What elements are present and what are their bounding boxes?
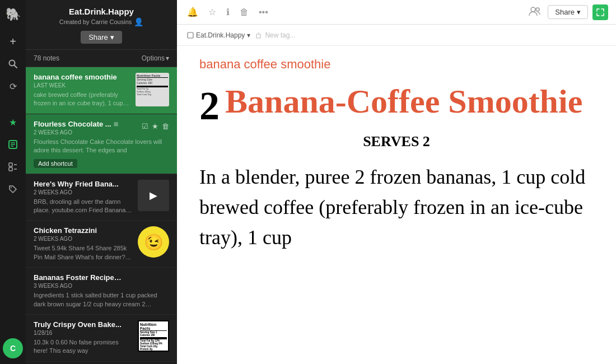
note-title: Here's Why Fried Bana... [34, 180, 123, 188]
sidebar-header: Eat.Drink.Happy Created by Carrie Cousin… [26, 0, 177, 50]
notes-count: 78 notes [34, 54, 59, 62]
note-preview: Flourless Chocolate Cake Chocolate lover… [34, 138, 169, 155]
notebook-title: Eat.Drink.Happy [34, 7, 169, 16]
note-preview: BRB, drooling all over the damn place. y… [34, 198, 133, 215]
sync-icon[interactable]: ⟳ [3, 76, 23, 96]
note-date: 2 WEEKS AGO [34, 129, 142, 136]
recipe-number: 2 [199, 86, 220, 126]
toolbar-right: Share ▾ [526, 4, 608, 21]
svg-rect-6 [9, 163, 12, 166]
note-title: Chicken Tetrazzini [34, 226, 123, 235]
notes-icon[interactable] [3, 134, 23, 155]
tag-area[interactable]: New tag... [256, 31, 295, 39]
note-item-banana-coffee[interactable]: banana coffee smoothie LAST WEEK cake br… [26, 67, 177, 114]
tasks-icon[interactable] [3, 157, 23, 177]
note-title: banana coffee smoothie [34, 73, 123, 81]
trash-action-icon[interactable]: 🗑 [162, 122, 169, 130]
note-shared-icon: ⊞ [114, 121, 118, 127]
svg-rect-14 [256, 34, 260, 38]
note-preview: cake brewed coffee (preferably frozen in… [34, 91, 131, 108]
svg-rect-7 [9, 167, 12, 171]
note-date: 1/28/16 [34, 330, 133, 336]
svg-point-10 [11, 187, 12, 188]
note-item-crispy-oven[interactable]: Truly Crispy Oven Bake... 1/28/16 10.3k … [26, 315, 177, 362]
add-shortcut-button[interactable]: Add shortcut [34, 159, 77, 168]
emoji-thumb: 😉 [138, 226, 169, 258]
recipe-body-text: In a blender, puree 2 frozen bananas, 1 … [199, 162, 594, 253]
sidebar: Eat.Drink.Happy Created by Carrie Cousin… [26, 0, 177, 364]
delete-icon[interactable]: 🗑 [237, 5, 251, 20]
fullscreen-button[interactable] [592, 4, 608, 20]
toolbar: 🔔 ☆ ℹ 🗑 ••• Share ▾ [177, 0, 616, 25]
note-item-chicken-tetrazzini[interactable]: Chicken Tetrazzini 2 WEEKS AGO Tweet 5.9… [26, 221, 177, 268]
share-main-label: Share [555, 8, 575, 16]
tags-icon[interactable] [3, 179, 23, 199]
recipe-content: 2 Banana-Coffee Smoothie SERVES 2 In a b… [199, 83, 594, 253]
main-content: 🔔 ☆ ℹ 🗑 ••• Share ▾ Eat.Drink.Happy ▾ N [177, 0, 616, 364]
notes-list: banana coffee smoothie LAST WEEK cake br… [26, 67, 177, 364]
note-date: 2 WEEKS AGO [34, 189, 133, 195]
share-dropdown-icon: ▾ [577, 8, 581, 16]
video-play-icon: ▶ [150, 189, 157, 202]
note-item-fried-banana[interactable]: Here's Why Fried Bana... 2 WEEKS AGO BRB… [26, 174, 177, 221]
note-date: 3 WEEKS AGO [34, 283, 169, 289]
favorites-icon[interactable]: ★ [3, 112, 23, 132]
note-title: Bananas Foster Recipe : Ree Drumm. [34, 273, 123, 282]
main-share-button[interactable]: Share ▾ [548, 5, 588, 19]
icon-rail: 🐘 + ⟳ ★ C [0, 0, 26, 364]
info-icon[interactable]: ℹ [224, 4, 232, 20]
options-button[interactable]: Options ▾ [142, 54, 169, 62]
svg-point-11 [531, 7, 535, 12]
star-action-icon[interactable]: ★ [152, 122, 158, 130]
checkbox-icon[interactable]: ☑ [142, 122, 148, 130]
recipe-name: Banana-Coffee Smoothie [225, 83, 582, 120]
breadcrumb-bar: Eat.Drink.Happy ▾ New tag... [177, 25, 616, 46]
tag-placeholder-text: New tag... [265, 31, 295, 39]
note-preview: Tweet 5.94k Share 54 Share 285k Pin Mail… [34, 244, 133, 262]
note-content-area: banana coffee smoothie 2 Banana-Coffee S… [177, 46, 616, 364]
search-icon[interactable] [3, 54, 23, 74]
sidebar-meta: 78 notes Options ▾ [26, 50, 177, 67]
share-label: Share [88, 33, 108, 41]
note-date: LAST WEEK [34, 82, 131, 88]
new-note-icon[interactable]: + [3, 31, 23, 52]
note-item-flourless-chocolate[interactable]: Flourless Chocolate ... ⊞ 2 WEEKS AGO ☑ … [26, 114, 177, 174]
sidebar-share-button[interactable]: Share ▾ [81, 31, 122, 44]
svg-point-12 [536, 8, 539, 11]
evernote-logo-icon[interactable]: 🐘 [3, 4, 23, 25]
note-item-bananas-foster[interactable]: Bananas Foster Recipe : Ree Drumm. 3 WEE… [26, 268, 177, 315]
note-title: Truly Crispy Oven Bake... [34, 320, 123, 329]
people-icon[interactable] [526, 4, 543, 21]
note-title: Flourless Chocolate ... [34, 120, 111, 128]
user-avatar[interactable]: C [3, 338, 23, 358]
nutrition-thumb: Nutrition Facts Serving Size 1 Calories … [138, 320, 169, 352]
svg-line-1 [14, 65, 17, 68]
note-date: 2 WEEKS AGO [34, 236, 133, 242]
star-icon[interactable]: ☆ [206, 4, 218, 20]
more-icon[interactable]: ••• [256, 5, 270, 20]
alarm-icon[interactable]: 🔔 [185, 4, 200, 20]
note-preview: Ingredients 1 stick salted butter 1 cup … [34, 291, 169, 309]
note-preview: 10.3k 0 0.60 No false promises here! Thi… [34, 338, 133, 356]
notebook-subtitle: Created by Carrie Cousins 👤 [34, 17, 169, 26]
note-action-icons: ☑ ★ 🗑 [142, 122, 169, 130]
dropdown-icon: ▾ [247, 31, 250, 39]
breadcrumb-notebook[interactable]: Eat.Drink.Happy ▾ [187, 31, 250, 39]
recipe-title-block: 2 Banana-Coffee Smoothie [199, 83, 594, 126]
recipe-serves: SERVES 2 [199, 132, 594, 152]
svg-rect-13 [188, 32, 193, 38]
note-title-heading: banana coffee smoothie [199, 57, 594, 72]
dropdown-arrow: ▾ [110, 33, 114, 41]
notebook-breadcrumb-label: Eat.Drink.Happy [196, 31, 245, 39]
